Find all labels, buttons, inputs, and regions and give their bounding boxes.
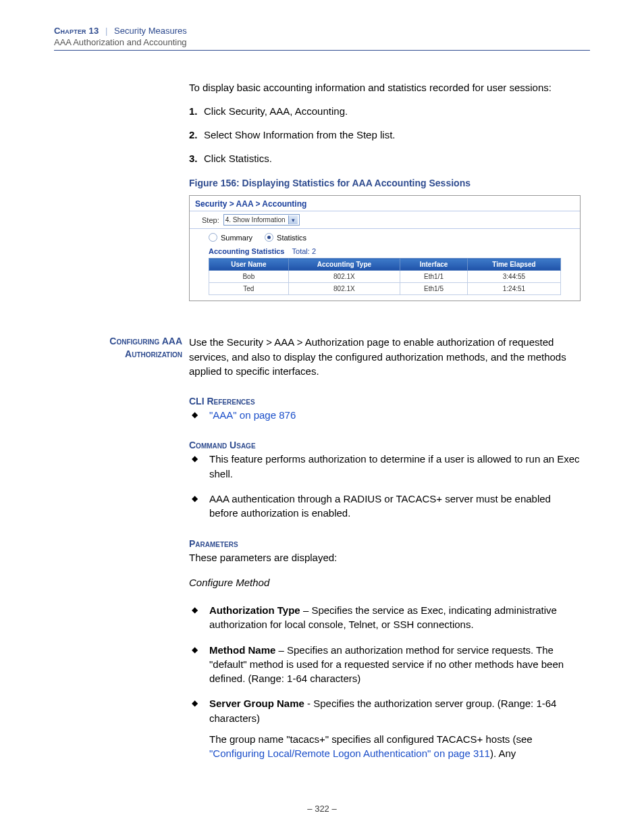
stats-heading-row: Accounting Statistics Total: 2: [190, 246, 580, 258]
step-text: Click Statistics.: [204, 153, 272, 164]
chevron-down-icon: ▾: [288, 215, 298, 224]
step-text: Click Security, AAA, Accounting.: [204, 105, 348, 117]
section-configuring-aaa-auth: Configuring AAA Authorization Use the Se…: [189, 335, 581, 378]
section-body: Use the Security > AAA > Authorization p…: [189, 335, 581, 378]
intro-text: To display basic accounting information …: [189, 80, 581, 95]
step-text: Select Show Information from the Step li…: [204, 129, 395, 140]
figure-caption: Figure 156: Displaying Statistics for AA…: [189, 178, 581, 188]
table-header-row: User Name Accounting Type Interface Time…: [209, 259, 561, 271]
cli-references-list: "AAA" on page 876: [189, 408, 581, 422]
cell-time: 1:24:51: [467, 283, 560, 295]
list-item: This feature performs authorization to d…: [189, 452, 581, 481]
param-label: Server Group Name: [209, 698, 304, 709]
content-area: To display basic accounting information …: [54, 80, 590, 761]
col-acct-type: Accounting Type: [288, 259, 400, 271]
page-number: – 322 –: [0, 804, 644, 814]
accounting-table: User Name Accounting Type Interface Time…: [209, 258, 561, 295]
header-subtitle: AAA Authorization and Accounting: [54, 37, 590, 47]
step-number: 2.: [189, 129, 204, 140]
cli-aaa-link[interactable]: "AAA" on page 876: [209, 409, 296, 421]
cell-interface: Eth1/1: [400, 271, 468, 283]
col-username: User Name: [209, 259, 289, 271]
margin-heading-line1: Configuring AAA: [109, 336, 182, 346]
main-column: To display basic accounting information …: [189, 80, 581, 761]
parameters-heading: Parameters: [189, 538, 581, 549]
radio-summary[interactable]: [209, 233, 217, 242]
step-selector-row: Step: 4. Show Information ▾: [190, 211, 580, 228]
param-label: Method Name: [209, 644, 275, 656]
col-time-elapsed: Time Elapsed: [467, 259, 560, 271]
cell-username: Ted: [209, 283, 289, 295]
margin-heading-line2: Authorization: [125, 348, 182, 359]
list-item: AAA authentication through a RADIUS or T…: [189, 492, 581, 521]
radio-group: Summary Statistics: [190, 229, 580, 246]
cell-username: Bob: [209, 271, 289, 283]
parameters-subheading: Configure Method: [189, 577, 581, 588]
param-note-pre: The group name "tacacs+" specifies all c…: [209, 733, 533, 745]
command-usage-list: This feature performs authorization to d…: [189, 452, 581, 520]
page-header: Chapter 13 | Security Measures AAA Autho…: [54, 26, 590, 51]
cell-acct-type: 802.1X: [288, 271, 400, 283]
list-item: Authorization Type – Specifies the servi…: [189, 603, 581, 632]
param-note-post: ). Any: [490, 748, 516, 759]
step-item: 2.Select Show Information from the Step …: [189, 129, 581, 140]
param-label: Authorization Type: [209, 604, 300, 616]
screenshot-panel: Security > AAA > Accounting Step: 4. Sho…: [189, 195, 581, 301]
table-row: Ted 802.1X Eth1/5 1:24:51: [209, 283, 561, 295]
margin-heading: Configuring AAA Authorization: [54, 335, 185, 361]
step-item: 3.Click Statistics.: [189, 153, 581, 164]
step-item: 1.Click Security, AAA, Accounting.: [189, 105, 581, 117]
parameters-intro: These parameters are displayed:: [189, 550, 581, 565]
stats-total: Total: 2: [292, 247, 316, 255]
step-dropdown-value: 4. Show Information: [225, 216, 286, 224]
parameters-list: Authorization Type – Specifies the servi…: [189, 603, 581, 761]
chapter-label: Chapter 13: [54, 26, 99, 36]
param-note: The group name "tacacs+" specifies all c…: [209, 732, 581, 761]
steps-list: 1.Click Security, AAA, Accounting. 2.Sel…: [189, 105, 581, 164]
command-usage-heading: Command Usage: [189, 440, 581, 450]
table-row: Bob 802.1X Eth1/1 3:44:55: [209, 271, 561, 283]
step-number: 3.: [189, 153, 204, 164]
cell-time: 3:44:55: [467, 271, 560, 283]
step-number: 1.: [189, 105, 204, 117]
config-auth-link[interactable]: "Configuring Local/Remote Logon Authenti…: [209, 748, 490, 759]
panel-breadcrumb: Security > AAA > Accounting: [190, 196, 580, 211]
page: Chapter 13 | Security Measures AAA Autho…: [0, 0, 644, 834]
list-item: "AAA" on page 876: [189, 408, 581, 422]
cell-interface: Eth1/5: [400, 283, 468, 295]
list-item: Method Name – Specifies an authorization…: [189, 643, 581, 686]
list-item: Server Group Name - Specifies the author…: [189, 696, 581, 760]
step-label: Step:: [202, 216, 219, 224]
radio-statistics[interactable]: [265, 233, 273, 242]
col-interface: Interface: [400, 259, 468, 271]
radio-statistics-label: Statistics: [277, 234, 306, 242]
cell-acct-type: 802.1X: [288, 283, 400, 295]
radio-summary-label: Summary: [221, 234, 252, 242]
stats-label: Accounting Statistics: [209, 247, 284, 255]
header-title-line: Chapter 13 | Security Measures: [54, 26, 590, 36]
header-section-title: Security Measures: [114, 26, 187, 36]
header-divider: |: [101, 26, 111, 36]
step-dropdown[interactable]: 4. Show Information ▾: [223, 214, 300, 226]
cli-references-heading: CLI References: [189, 396, 581, 407]
